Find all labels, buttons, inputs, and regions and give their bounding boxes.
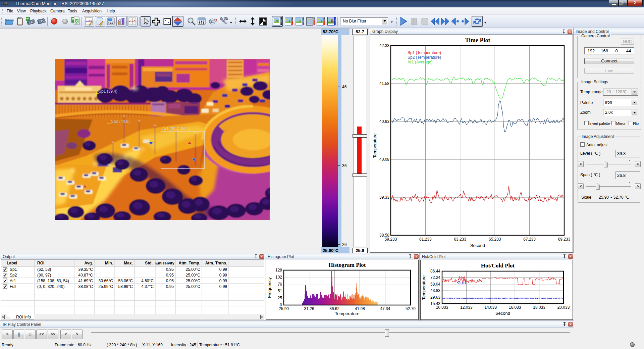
svg-text:36.62: 36.62	[329, 306, 339, 311]
svg-text:Min.: Min.	[105, 261, 113, 265]
svg-text:Atm. Temp.: Atm. Temp.	[179, 261, 200, 265]
svg-text:10.033: 10.033	[436, 305, 448, 310]
svg-text:Second: Second	[470, 243, 485, 248]
svg-text:72.24: 72.24	[430, 275, 440, 280]
svg-text:42.33: 42.33	[379, 43, 389, 48]
svg-text:0.95: 0.95	[166, 267, 174, 272]
svg-text:14.033: 14.033	[484, 305, 497, 310]
svg-text:38.08°C: 38.08°C	[78, 284, 93, 289]
svg-text:31.26: 31.26	[304, 306, 314, 311]
svg-text:30.66°C: 30.66°C	[99, 279, 113, 283]
svg-text:65.233: 65.233	[489, 237, 501, 242]
svg-text:102: 102	[275, 275, 282, 280]
svg-text:58.99°C: 58.99°C	[118, 284, 133, 289]
svg-text:43.83: 43.83	[430, 288, 440, 293]
svg-text:0.99: 0.99	[219, 273, 227, 278]
svg-text:25.00°C: 25.00°C	[186, 284, 201, 289]
svg-text:0.95: 0.95	[166, 273, 174, 278]
svg-text:0.99: 0.99	[219, 279, 227, 283]
svg-text:25.00°C: 25.00°C	[186, 273, 201, 278]
svg-text:39.33: 39.33	[379, 195, 389, 200]
svg-text:18.033: 18.033	[533, 305, 545, 310]
svg-text:67.233: 67.233	[523, 237, 536, 242]
svg-text:Time Plot: Time Plot	[465, 37, 490, 44]
svg-text:(62, 53): (62, 53)	[37, 267, 51, 272]
svg-text:25.90: 25.90	[279, 306, 289, 311]
svg-text:41.58: 41.58	[379, 81, 389, 86]
svg-text:4.60°C: 4.60°C	[141, 279, 154, 283]
svg-text:Cold: Cold	[458, 281, 466, 285]
svg-text:Sp1: Sp1	[10, 267, 17, 272]
svg-text:Max.: Max.	[124, 261, 133, 265]
svg-text:25.99°C: 25.99°C	[99, 284, 113, 289]
svg-text:41.69°C: 41.69°C	[78, 279, 93, 283]
svg-text:25: 25	[278, 296, 282, 300]
svg-text:Sp2: Sp2	[10, 273, 17, 278]
svg-text:41.98: 41.98	[355, 306, 365, 311]
svg-text:(80, 97): (80, 97)	[37, 273, 51, 278]
svg-text:58.04: 58.04	[430, 282, 440, 287]
svg-text:Atm. Trans.: Atm. Trans.	[205, 261, 227, 265]
svg-text:40.08: 40.08	[379, 157, 389, 162]
svg-text:Ar1 (30.7, 58.1): Ar1 (30.7, 58.1)	[162, 127, 190, 131]
svg-text:Std.: Std.	[145, 261, 153, 265]
svg-text:Temperature: Temperature	[335, 311, 360, 316]
svg-text:ROI: ROI	[37, 261, 44, 265]
svg-text:Ar1: Ar1	[10, 279, 16, 283]
svg-text:63.233: 63.233	[454, 237, 466, 242]
svg-text:39.35°C: 39.35°C	[78, 267, 93, 272]
svg-text:0.99: 0.99	[219, 284, 227, 289]
svg-text:40.87°C: 40.87°C	[78, 273, 93, 278]
svg-text:Sp1 (39.4): Sp1 (39.4)	[99, 89, 117, 94]
svg-text:Frequency: Frequency	[267, 277, 272, 298]
svg-text:47.34: 47.34	[380, 306, 390, 311]
svg-text:128: 128	[275, 268, 282, 272]
svg-text:12.033: 12.033	[460, 305, 473, 310]
svg-text:Hot/Cold Plot: Hot/Cold Plot	[481, 262, 515, 269]
svg-text:20.033: 20.033	[557, 305, 570, 310]
svg-text:86.44: 86.44	[430, 269, 440, 273]
svg-text:e: e	[211, 20, 213, 23]
svg-text:(158, 108, 63, 54): (158, 108, 63, 54)	[37, 279, 69, 283]
svg-text:0.99: 0.99	[219, 267, 227, 272]
svg-text:Sp2 (40.9): Sp2 (40.9)	[111, 119, 130, 124]
svg-text:76: 76	[278, 282, 282, 287]
svg-text:69.233: 69.233	[558, 237, 571, 242]
svg-text:59.233: 59.233	[385, 237, 397, 242]
svg-text:58.06°C: 58.06°C	[118, 279, 133, 283]
svg-text:Label: Label	[7, 261, 17, 265]
svg-text:0.95: 0.95	[166, 284, 174, 289]
svg-text:(0, 0, 320, 240): (0, 0, 320, 240)	[37, 284, 64, 289]
svg-text:Temperature: Temperature	[372, 134, 377, 158]
svg-text:52.70: 52.70	[406, 306, 416, 311]
svg-text:40.83: 40.83	[379, 119, 389, 124]
svg-text:29.63: 29.63	[430, 295, 440, 300]
svg-text:Second: Second	[495, 311, 510, 316]
svg-text:Histogram Plot: Histogram Plot	[329, 262, 366, 268]
svg-text:51: 51	[278, 289, 282, 293]
svg-text:61.233: 61.233	[419, 237, 432, 242]
svg-text:16.033: 16.033	[509, 305, 521, 310]
svg-text:4.37°C: 4.37°C	[141, 284, 154, 289]
svg-text:Ar1 (Average): Ar1 (Average)	[408, 60, 432, 64]
svg-text:25.00°C: 25.00°C	[186, 267, 201, 272]
svg-text:Sp2 (Temperature): Sp2 (Temperature)	[408, 55, 441, 60]
svg-text:25.00°C: 25.00°C	[186, 279, 201, 283]
svg-text:Emissivity: Emissivity	[155, 261, 174, 265]
svg-text:Avg.: Avg.	[84, 261, 93, 265]
svg-text:Full: Full	[10, 284, 16, 289]
svg-text:Sp1 (Temperature): Sp1 (Temperature)	[408, 50, 441, 55]
svg-text:Temperature: Temperature	[421, 276, 426, 300]
svg-text:0.95: 0.95	[166, 279, 174, 283]
